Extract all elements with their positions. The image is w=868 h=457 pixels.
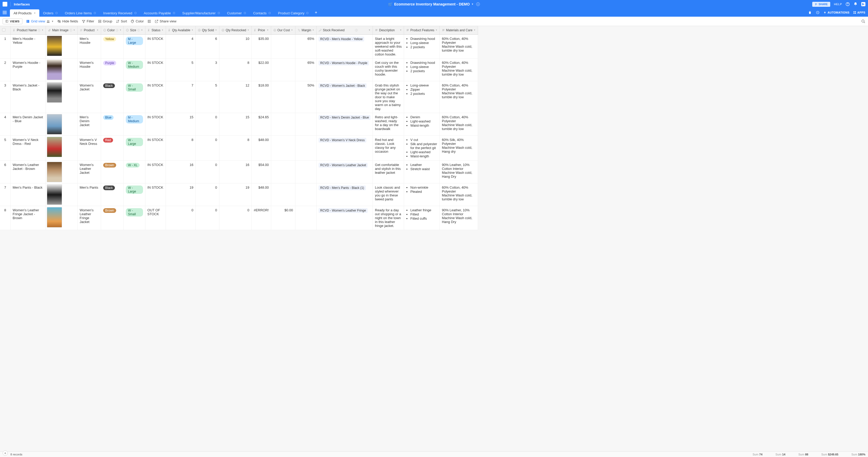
table-tab[interactable]: Contacts: [250, 9, 274, 17]
cell-price[interactable]: #ERROR!: [251, 206, 271, 230]
linked-record-pill[interactable]: RCVD - Women's Leather Jacket: [319, 163, 368, 167]
cell-materials-care[interactable]: 60% Cotton, 40% PolyesterMachine Wash co…: [440, 58, 478, 81]
column-info-icon[interactable]: i: [38, 29, 40, 32]
column-header[interactable]: Product Features▼: [404, 26, 440, 34]
cell-qty-sold[interactable]: 0: [196, 160, 219, 183]
chevron-down-icon[interactable]: ▼: [34, 12, 36, 14]
cell-stock-received[interactable]: RCVD - Men's Pants - Black (1): [316, 183, 373, 206]
cell-description[interactable]: Grab this stylish grunge jacket on the w…: [373, 81, 404, 113]
linked-record-pill[interactable]: RCVD - Women's Leather Fringe: [319, 208, 367, 213]
cell-materials-care[interactable]: 60% Cotton, 40% PolyesterMachine Wash co…: [440, 183, 478, 206]
summary-cell[interactable]: Sum $249.65: [822, 453, 838, 456]
image-thumbnail[interactable]: [47, 36, 62, 56]
hide-fields-button[interactable]: Hide fields: [57, 19, 78, 23]
cell-description[interactable]: Get comfortable and stylish in this leat…: [373, 160, 404, 183]
cell-product[interactable]: Men's Denim Jacket: [78, 113, 101, 135]
cell-margin[interactable]: [295, 160, 316, 183]
table-row[interactable]: 2Women's Hoodie - PurpleWomen's HoodiePu…: [0, 58, 478, 81]
cell-product-features[interactable]: Drawstring hoodLong-sleeve2 pockets: [404, 34, 440, 58]
cell-main-image[interactable]: [46, 34, 78, 58]
cell-product[interactable]: Men's Hoodie: [78, 34, 101, 58]
cell-materials-care[interactable]: 60% Cotton, 40% PolyesterMachine Wash co…: [440, 34, 478, 58]
chevron-down-icon[interactable]: ▼: [215, 29, 217, 31]
add-table-button[interactable]: +: [312, 10, 320, 15]
cell-qty-sold[interactable]: 6: [196, 34, 219, 58]
column-header[interactable]: Margin▼: [295, 26, 316, 34]
app-logo-icon[interactable]: [3, 2, 7, 6]
row-number[interactable]: 7: [0, 183, 10, 206]
cell-price[interactable]: $24.65: [251, 113, 271, 135]
grid-view-picker[interactable]: Grid view ▼: [26, 19, 54, 23]
cell-margin[interactable]: [295, 183, 316, 206]
chevron-down-icon[interactable]: ▼: [119, 29, 121, 31]
linked-record-pill[interactable]: RCVD - Women's Jacket - Black: [319, 83, 367, 88]
row-height-button[interactable]: [148, 20, 151, 23]
tab-menu-icon[interactable]: [134, 12, 136, 14]
cell-materials-care[interactable]: 60% Cotton, 40% PolyesterMachine Wash co…: [440, 113, 478, 135]
cell-stock-received[interactable]: RCVD - Men's Hoodie - Yellow: [316, 34, 373, 58]
image-thumbnail[interactable]: [47, 184, 62, 205]
column-info-icon[interactable]: i: [355, 29, 358, 32]
chevron-down-icon[interactable]: ▼: [41, 29, 43, 31]
table-tab[interactable]: Customer: [223, 9, 250, 17]
cell-description[interactable]: Red hot and classic. Look classy for any…: [373, 135, 404, 160]
column-header[interactable]: Price▼: [251, 26, 271, 34]
tab-menu-icon[interactable]: [269, 12, 271, 14]
cell-qty-available[interactable]: 16: [166, 160, 196, 183]
cell-product-features[interactable]: DenimLight-washedWaist-length: [404, 113, 440, 135]
column-header[interactable]: Stock Receivedi▼: [316, 26, 373, 34]
hamburger-icon[interactable]: [3, 10, 7, 14]
cell-color[interactable]: Black: [101, 183, 124, 206]
cell-qty-sold[interactable]: 3: [196, 58, 219, 81]
cell-margin[interactable]: [295, 135, 316, 160]
bell-icon[interactable]: [854, 2, 858, 6]
cell-status[interactable]: IN STOCK: [145, 160, 166, 183]
apps-button[interactable]: APPS: [853, 11, 865, 14]
cell-our-cost[interactable]: [271, 135, 295, 160]
cell-stock-received[interactable]: RCVD - Women's V Neck Dress: [316, 135, 373, 160]
cell-qty-restocked[interactable]: 12: [219, 81, 252, 113]
summary-cell[interactable]: Sum 74: [753, 453, 763, 456]
views-sidebar-toggle[interactable]: VIEWS: [3, 19, 22, 24]
cell-qty-available[interactable]: 7: [166, 81, 196, 113]
cell-materials-care[interactable]: 60% Silk, 40% PolyesterMachine Wash cold…: [440, 135, 478, 160]
cell-qty-restocked[interactable]: 19: [219, 183, 252, 206]
cell-status[interactable]: IN STOCK: [145, 135, 166, 160]
cell-price[interactable]: $48.00: [251, 183, 271, 206]
cell-price[interactable]: $22.00: [251, 58, 271, 81]
cell-main-image[interactable]: [46, 113, 78, 135]
cell-status[interactable]: IN STOCK: [145, 81, 166, 113]
cell-color[interactable]: Brown: [101, 206, 124, 230]
table-tab[interactable]: Supplier/Manufacturer: [179, 9, 223, 17]
cell-stock-received[interactable]: RCVD - Men's Denim Jacket - Blue: [316, 113, 373, 135]
row-number[interactable]: 5: [0, 135, 10, 160]
cell-size[interactable]: W - Small: [124, 81, 145, 113]
cell-status[interactable]: IN STOCK: [145, 183, 166, 206]
cell-margin[interactable]: [295, 206, 316, 230]
cell-product[interactable]: Women's V Neck Dress: [78, 135, 101, 160]
tab-menu-icon[interactable]: [244, 12, 246, 14]
cell-price[interactable]: $35.00: [251, 34, 271, 58]
cell-margin[interactable]: [295, 113, 316, 135]
chevron-down-icon[interactable]: ▼: [474, 29, 476, 31]
row-number[interactable]: 6: [0, 160, 10, 183]
cell-color[interactable]: Brown: [101, 160, 124, 183]
cell-main-image[interactable]: [46, 160, 78, 183]
column-header[interactable]: Main Imagei▼: [46, 26, 78, 34]
summary-cell[interactable]: Sum 180%: [851, 453, 865, 456]
cell-size[interactable]: W - Large: [124, 135, 145, 160]
row-number[interactable]: 1: [0, 34, 10, 58]
image-thumbnail[interactable]: [47, 207, 62, 227]
cell-product[interactable]: Women's Hoodie: [78, 58, 101, 81]
share-button[interactable]: SHARE: [812, 2, 830, 7]
cell-status[interactable]: OUT OF STOCK: [145, 206, 166, 230]
cell-materials-care[interactable]: 60% Cotton, 40% PolyesterMachine Wash co…: [440, 81, 478, 113]
column-info-icon[interactable]: i: [69, 29, 72, 32]
cell-margin[interactable]: 65%: [295, 58, 316, 81]
image-thumbnail[interactable]: [47, 82, 62, 103]
cell-color[interactable]: Blue: [101, 113, 124, 135]
cell-product-name[interactable]: Men's Hoodie - Yellow: [10, 34, 46, 58]
chevron-down-icon[interactable]: ▼: [97, 29, 99, 31]
column-header[interactable]: Status▼: [145, 26, 166, 34]
cell-qty-available[interactable]: 8: [166, 135, 196, 160]
